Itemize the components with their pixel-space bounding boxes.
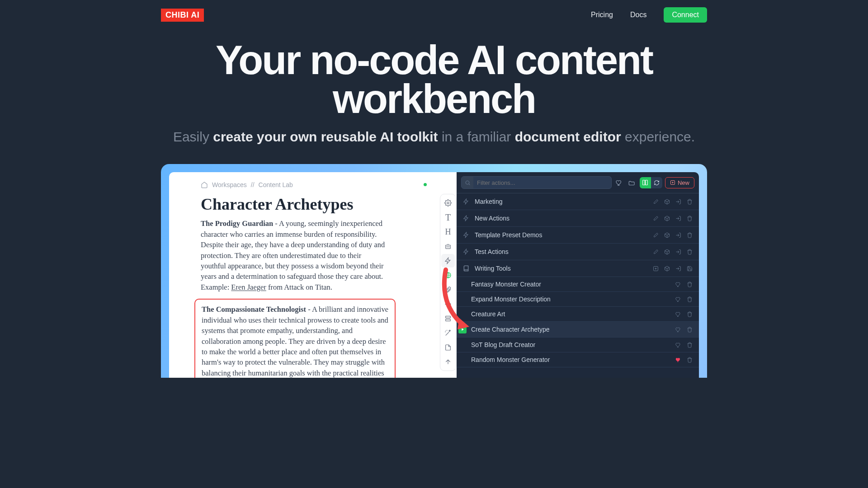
import-icon[interactable]: [675, 249, 681, 255]
box-icon[interactable]: [664, 266, 670, 272]
tool-create-character-archetype[interactable]: Create Character Archetype: [457, 322, 699, 338]
trash-icon[interactable]: [687, 342, 693, 348]
tool-sot-blog-draft-creator[interactable]: SoT Blog Draft Creator: [457, 338, 699, 352]
tool-creature-art[interactable]: Creature Art: [457, 307, 699, 322]
import-icon[interactable]: [675, 216, 681, 221]
import-icon[interactable]: [675, 266, 681, 272]
edit-icon[interactable]: [653, 199, 659, 205]
svg-rect-8: [643, 180, 645, 185]
save-icon[interactable]: [687, 266, 693, 272]
breadcrumb: Workspaces // Content Lab: [201, 181, 422, 188]
tool-expand-monster-description[interactable]: Expand Monster Description: [457, 292, 699, 307]
import-icon[interactable]: [675, 199, 681, 205]
nav-docs[interactable]: Docs: [630, 11, 646, 19]
svg-rect-9: [646, 180, 648, 185]
edit-icon[interactable]: [653, 216, 659, 221]
folder-writing-tools[interactable]: Writing Tools: [457, 260, 699, 277]
template-icon[interactable]: [441, 312, 455, 325]
connection-status-indicator: [424, 183, 427, 186]
svg-point-7: [466, 181, 469, 184]
trash-icon[interactable]: [687, 296, 693, 302]
folder-template-demos[interactable]: Template Preset Demos: [457, 227, 699, 244]
tool-random-monster-generator[interactable]: Random Monster Generator: [457, 352, 699, 367]
layout-columns-icon[interactable]: [640, 177, 651, 188]
folder-marketing[interactable]: Marketing: [457, 193, 699, 210]
svg-point-0: [447, 202, 449, 204]
attachment-icon[interactable]: [441, 283, 455, 296]
p1-title: The Prodigy Guardian: [201, 219, 273, 228]
arrows-icon[interactable]: [441, 297, 455, 311]
trash-icon[interactable]: [687, 311, 693, 317]
magic-wand-icon[interactable]: [441, 326, 455, 340]
globe-icon[interactable]: [441, 268, 455, 282]
tool-rail: T H: [439, 172, 457, 378]
home-icon[interactable]: [201, 181, 208, 188]
connect-button[interactable]: Connect: [664, 7, 707, 23]
breadcrumb-workspaces[interactable]: Workspaces: [212, 181, 247, 188]
breadcrumb-lab[interactable]: Content Lab: [259, 181, 293, 188]
trash-icon[interactable]: [687, 282, 693, 287]
bolt-icon[interactable]: [441, 254, 455, 267]
heart-icon[interactable]: [675, 282, 681, 287]
document-body[interactable]: The Prodigy Guardian - A young, seemingl…: [201, 218, 422, 378]
note-icon[interactable]: [441, 341, 455, 354]
robot-icon[interactable]: [441, 239, 455, 253]
upload-icon[interactable]: [441, 355, 455, 369]
heart-icon[interactable]: [675, 327, 681, 333]
import-icon[interactable]: [675, 232, 681, 238]
heart-icon[interactable]: [675, 357, 681, 363]
text-tool-icon[interactable]: T: [441, 211, 455, 224]
svg-rect-1: [446, 245, 451, 249]
edit-icon[interactable]: [653, 249, 659, 255]
box-icon[interactable]: [664, 249, 670, 255]
highlighted-paragraph: The Compassionate Technologist - A brill…: [194, 299, 396, 378]
document-title[interactable]: Character Archetypes: [201, 195, 422, 214]
box-icon[interactable]: [664, 232, 670, 238]
refresh-icon[interactable]: [651, 177, 662, 188]
svg-rect-6: [446, 319, 451, 321]
heart-icon[interactable]: [675, 311, 681, 317]
actions-panel: New Marketing New Actions: [457, 172, 699, 378]
folder-open-icon[interactable]: [627, 178, 637, 188]
svg-point-2: [447, 247, 447, 247]
trash-icon[interactable]: [687, 327, 693, 333]
trash-icon[interactable]: [687, 357, 693, 363]
heading-icon[interactable]: H: [441, 225, 455, 239]
trash-icon[interactable]: [687, 216, 693, 221]
tool-fantasy-monster-creator[interactable]: Fantasy Monster Creator: [457, 277, 699, 292]
folder-new-actions[interactable]: New Actions: [457, 210, 699, 227]
favorite-filter-icon[interactable]: [614, 178, 624, 188]
breadcrumb-sep: //: [251, 181, 255, 188]
settings-icon[interactable]: [441, 196, 455, 210]
svg-rect-5: [446, 316, 451, 318]
hero-subtitle: Easily create your own reusable AI toolk…: [161, 128, 707, 146]
heart-icon[interactable]: [675, 296, 681, 302]
hero-title: Your no-code AI content workbench: [161, 41, 707, 119]
play-icon[interactable]: [458, 325, 467, 333]
svg-point-3: [448, 247, 449, 247]
editor-pane: Workspaces // Content Lab Character Arch…: [169, 172, 439, 378]
new-action-button[interactable]: New: [665, 177, 694, 188]
folder-test-actions[interactable]: Test Actions: [457, 244, 699, 260]
box-icon[interactable]: [664, 199, 670, 205]
box-icon[interactable]: [664, 216, 670, 221]
trash-icon[interactable]: [687, 232, 693, 238]
trash-icon[interactable]: [687, 199, 693, 205]
add-icon[interactable]: [653, 266, 659, 272]
edit-icon[interactable]: [653, 232, 659, 238]
search-icon[interactable]: [462, 177, 473, 188]
p2-title: The Compassionate Technologist: [202, 305, 306, 314]
heart-icon[interactable]: [675, 342, 681, 348]
trash-icon[interactable]: [687, 249, 693, 255]
filter-actions-input[interactable]: [473, 177, 611, 188]
nav-pricing[interactable]: Pricing: [591, 11, 613, 19]
brand-logo[interactable]: CHIBI AI: [161, 9, 204, 22]
